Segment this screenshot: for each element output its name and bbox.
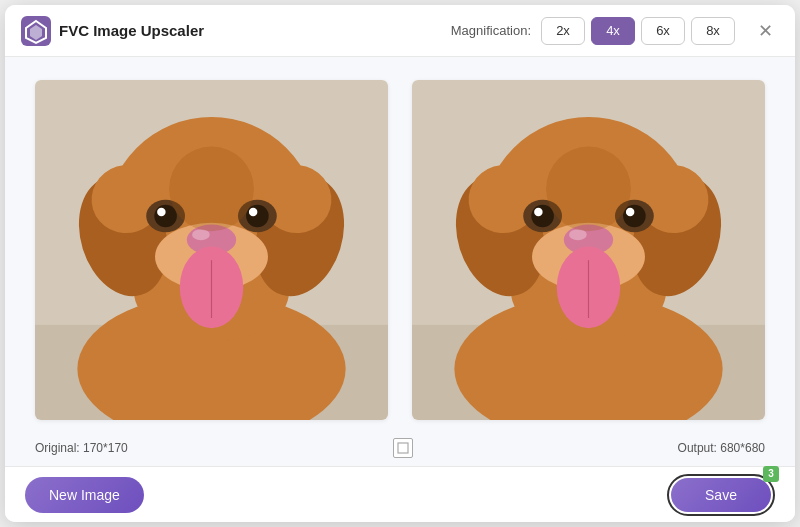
svg-rect-3: [398, 443, 408, 453]
save-area: 3 Save: [667, 474, 775, 516]
magnification-label: Magnification:: [451, 23, 531, 38]
mag-8x-button[interactable]: 8x: [691, 17, 735, 45]
save-button[interactable]: Save: [671, 478, 771, 512]
status-bar: Original: 170*170 Output: 680*680: [5, 430, 795, 466]
app-logo-icon: [21, 16, 51, 46]
save-button-wrapper: Save: [667, 474, 775, 516]
magnification-buttons: 2x 4x 6x 8x: [541, 17, 735, 45]
main-content: [5, 57, 795, 430]
mag-6x-button[interactable]: 6x: [641, 17, 685, 45]
original-size-label: Original: 170*170: [35, 441, 128, 455]
output-image-panel: [412, 80, 765, 420]
footer: New Image 3 Save: [5, 466, 795, 522]
close-button[interactable]: ✕: [751, 17, 779, 45]
save-badge: 3: [763, 466, 779, 482]
compare-icon[interactable]: [393, 438, 413, 458]
mag-4x-button[interactable]: 4x: [591, 17, 635, 45]
header: FVC Image Upscaler Magnification: 2x 4x …: [5, 5, 795, 57]
new-image-button[interactable]: New Image: [25, 477, 144, 513]
output-size-label: Output: 680*680: [678, 441, 765, 455]
app-window: FVC Image Upscaler Magnification: 2x 4x …: [5, 5, 795, 522]
mag-2x-button[interactable]: 2x: [541, 17, 585, 45]
output-image: [412, 80, 765, 420]
app-title: FVC Image Upscaler: [59, 22, 204, 39]
original-image-panel: [35, 80, 388, 420]
original-image: [35, 80, 388, 420]
